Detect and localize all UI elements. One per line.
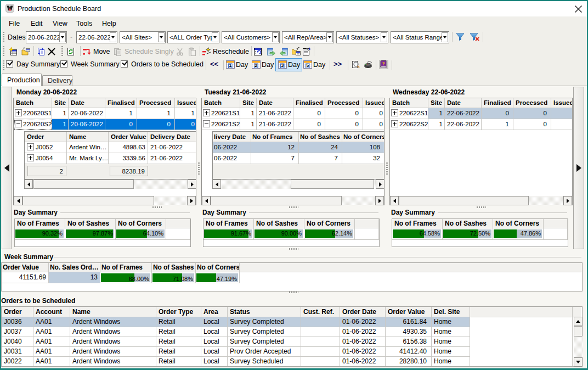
svg-text:3: 3 [281, 63, 284, 68]
svg-text:2: 2 [255, 63, 257, 68]
svg-text:5: 5 [306, 63, 309, 68]
svg-text:1: 1 [229, 63, 231, 68]
svg-text:?: ? [382, 61, 385, 66]
